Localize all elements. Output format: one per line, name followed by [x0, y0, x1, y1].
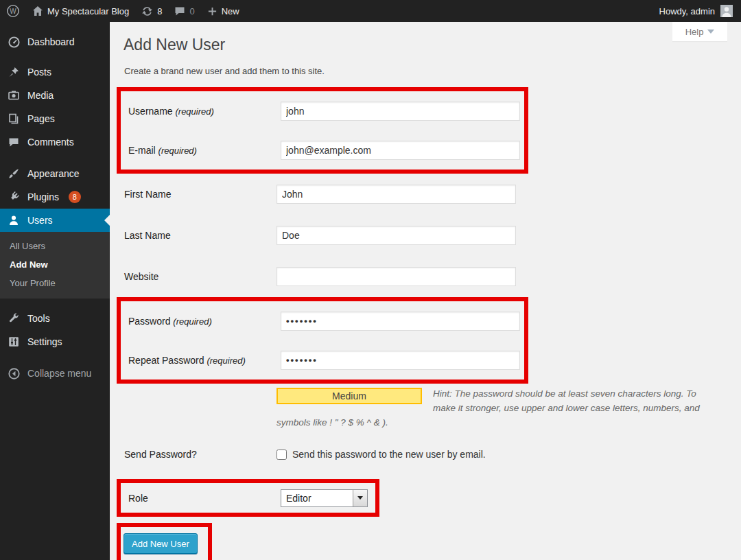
role-selected-value: Editor	[281, 493, 353, 504]
sidebar-item-tools[interactable]: Tools	[0, 307, 110, 330]
last-name-row: Last Name	[117, 215, 741, 256]
send-password-checkbox-label: Send this password to the new user by em…	[292, 449, 486, 460]
sidebar-item-appearance[interactable]: Appearance	[0, 162, 110, 185]
send-password-checkbox[interactable]	[277, 450, 287, 460]
submenu-all-users[interactable]: All Users	[0, 237, 110, 255]
first-name-input[interactable]	[277, 185, 516, 204]
plus-icon	[207, 6, 217, 16]
plugin-icon	[7, 191, 21, 202]
collapse-menu-button[interactable]: Collapse menu	[0, 362, 110, 385]
username-label: Username (required)	[128, 106, 281, 117]
update-count: 8	[157, 6, 162, 16]
annotation-box-passwords: Password (required) Repeat Password (req…	[117, 297, 528, 384]
wrench-icon	[7, 313, 21, 324]
howdy-text: Howdy, admin	[659, 6, 715, 16]
role-row: Role Editor	[121, 483, 375, 513]
website-row: Website	[117, 256, 741, 297]
first-name-row: First Name	[117, 174, 741, 215]
sidebar-item-label: Comments	[27, 137, 74, 148]
email-row: E-mail (required)	[121, 130, 524, 170]
plugins-update-badge: 8	[69, 191, 81, 203]
last-name-input[interactable]	[277, 226, 516, 245]
repeat-password-row: Repeat Password (required)	[121, 340, 524, 380]
sidebar-item-settings[interactable]: Settings	[0, 330, 110, 353]
sidebar-item-plugins[interactable]: Plugins 8	[0, 185, 110, 209]
password-label: Password (required)	[128, 316, 281, 327]
last-name-label: Last Name	[124, 230, 277, 241]
annotation-box-role: Role Editor	[117, 479, 379, 517]
main-content: Help Add New User Create a brand new use…	[110, 22, 741, 560]
avatar	[720, 5, 733, 17]
svg-text:W: W	[10, 8, 16, 15]
page-title: Add New User	[124, 35, 741, 55]
submenu-add-new[interactable]: Add New	[0, 255, 110, 274]
sliders-icon	[7, 336, 21, 347]
sidebar-item-label: Users	[27, 215, 53, 226]
sidebar-item-dashboard[interactable]: Dashboard	[0, 30, 110, 54]
paintbrush-icon	[7, 168, 21, 179]
annotation-box-submit: Add New User	[117, 523, 212, 560]
role-label: Role	[128, 493, 281, 504]
password-row: Password (required)	[121, 301, 524, 340]
updates-icon	[141, 5, 153, 17]
select-dropdown-button[interactable]	[353, 490, 367, 506]
wordpress-logo-icon: W	[6, 4, 20, 18]
sidebar-item-label: Pages	[27, 113, 55, 124]
sidebar-item-label: Tools	[27, 313, 50, 324]
sidebar-item-comments[interactable]: Comments	[0, 130, 110, 154]
add-new-user-button[interactable]: Add New User	[124, 533, 198, 554]
admin-sidebar: Dashboard Posts Media Pages Comments App…	[0, 22, 110, 560]
site-menu[interactable]: My Spectacular Blog	[26, 0, 135, 22]
comments-menu[interactable]: 0	[168, 0, 200, 22]
comments-icon	[7, 137, 21, 148]
email-label: E-mail (required)	[128, 145, 281, 156]
sidebar-item-media[interactable]: Media	[0, 84, 110, 107]
comment-bubble-icon	[174, 5, 185, 16]
dashboard-icon	[7, 36, 21, 48]
help-label: Help	[685, 27, 704, 37]
wp-logo-menu[interactable]: W	[0, 0, 26, 22]
new-content-menu[interactable]: New	[201, 0, 246, 22]
email-input[interactable]	[281, 141, 520, 160]
admin-bar: W My Spectacular Blog 8 0 New	[0, 0, 741, 22]
username-row: Username (required)	[121, 91, 524, 130]
sidebar-item-label: Dashboard	[27, 36, 75, 47]
sidebar-item-pages[interactable]: Pages	[0, 107, 110, 130]
send-password-row: Send Password? Send this password to the…	[117, 439, 741, 469]
sidebar-item-label: Posts	[27, 67, 51, 78]
sidebar-item-label: Appearance	[27, 168, 80, 179]
dropdown-arrow-icon	[357, 496, 363, 500]
first-name-label: First Name	[124, 189, 277, 200]
username-input[interactable]	[281, 102, 520, 121]
chevron-down-icon	[707, 30, 714, 34]
repeat-password-label: Repeat Password (required)	[128, 355, 281, 366]
media-icon	[7, 90, 21, 101]
collapse-arrow-icon	[7, 368, 21, 380]
add-user-form: Username (required) E-mail (required) Fi…	[117, 87, 741, 560]
help-button[interactable]: Help	[672, 22, 727, 41]
password-strength-meter: Medium	[277, 388, 422, 404]
repeat-password-input[interactable]	[281, 351, 520, 370]
website-input[interactable]	[277, 267, 516, 286]
sidebar-item-label: Plugins	[27, 191, 59, 202]
pushpin-icon	[7, 67, 21, 78]
send-password-label: Send Password?	[124, 449, 277, 460]
home-icon	[32, 5, 43, 16]
password-strength-area: Medium Hint: The password should be at l…	[277, 386, 711, 430]
submenu-your-profile[interactable]: Your Profile	[0, 274, 110, 292]
users-submenu: All Users Add New Your Profile	[0, 232, 110, 299]
sidebar-item-users[interactable]: Users	[0, 209, 110, 232]
sidebar-item-posts[interactable]: Posts	[0, 60, 110, 84]
sidebar-item-label: Settings	[27, 336, 62, 347]
role-select[interactable]: Editor	[281, 489, 368, 507]
user-icon	[7, 215, 21, 226]
password-input[interactable]	[281, 312, 520, 331]
new-label: New	[222, 6, 239, 16]
collapse-menu-label: Collapse menu	[27, 368, 91, 379]
website-label: Website	[124, 271, 277, 282]
site-name: My Spectacular Blog	[47, 6, 129, 16]
sidebar-item-label: Media	[27, 90, 54, 101]
my-account-menu[interactable]: Howdy, admin	[659, 0, 741, 22]
pages-icon	[7, 113, 21, 124]
updates-menu[interactable]: 8	[135, 0, 168, 22]
